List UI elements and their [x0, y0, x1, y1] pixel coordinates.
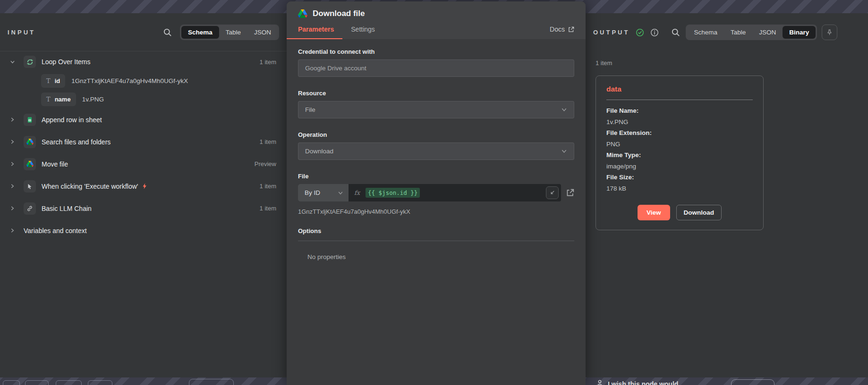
tab-binary[interactable]: Binary: [783, 26, 816, 39]
item-count: Preview: [255, 160, 276, 167]
fx-expression-icon[interactable]: fx: [349, 184, 366, 201]
tab-parameters[interactable]: Parameters: [298, 25, 334, 39]
string-type-icon: T: [46, 77, 51, 84]
chain-icon: [24, 202, 36, 215]
meta-value: 1v.PNG: [606, 117, 753, 128]
item-count: 1 item: [260, 59, 276, 66]
chevron-right-icon[interactable]: [8, 139, 17, 144]
search-icon[interactable]: [671, 28, 680, 37]
input-panel-title: INPUT: [8, 29, 35, 36]
tree-node-variables-and-context[interactable]: Variables and context: [8, 219, 276, 242]
docs-link[interactable]: Docs: [550, 25, 574, 39]
credential-value: Google Drive account: [305, 65, 366, 72]
wish-text: I wish this node would...: [608, 379, 684, 385]
feedback-button[interactable]: [731, 379, 774, 385]
expand-corner-icon: [549, 190, 555, 196]
success-check-icon: [636, 28, 644, 37]
canvas-node-button[interactable]: [189, 379, 234, 385]
meta-value: image/png: [606, 161, 753, 172]
parameters-form: Credential to connect with Google Drive …: [287, 39, 586, 260]
canvas-control-button[interactable]: [3, 380, 20, 385]
tree-node-append-row-in-sheet[interactable]: Append row in sheet: [8, 109, 276, 131]
lightning-bolt-icon: [142, 183, 147, 189]
canvas-control-button[interactable]: [25, 380, 49, 385]
open-in-new-icon[interactable]: [566, 189, 574, 197]
output-panel-header: OUTPUT Schema Table JSON Binary: [586, 13, 868, 51]
download-button[interactable]: Download: [676, 205, 722, 220]
file-mode-value: By ID: [305, 189, 320, 196]
node-feedback-prompt[interactable]: I wish this node would...: [596, 379, 684, 385]
meta-value: PNG: [606, 139, 753, 150]
chevron-right-icon[interactable]: [8, 228, 17, 233]
node-label: Basic LLM Chain: [42, 205, 92, 212]
modal-header: Download file Parameters Settings Docs: [287, 1, 586, 39]
node-label: Move file: [42, 160, 68, 168]
file-label: File: [298, 173, 574, 180]
node-label: Variables and context: [24, 227, 87, 234]
modal-tabs: Parameters Settings Docs: [298, 25, 574, 39]
input-panel-header: INPUT Schema Table JSON: [0, 13, 287, 51]
loop-icon: [24, 56, 36, 68]
tab-json[interactable]: JSON: [247, 26, 278, 39]
search-icon[interactable]: [163, 28, 172, 37]
docs-label: Docs: [550, 25, 565, 33]
person-icon: [596, 379, 604, 385]
field-key: name: [55, 96, 71, 103]
schema-field-name[interactable]: T name 1v.PNG: [41, 90, 276, 109]
info-icon[interactable]: [650, 28, 659, 37]
external-link-icon: [568, 26, 574, 33]
output-panel-title: OUTPUT: [593, 29, 630, 36]
file-mode-select[interactable]: By ID: [298, 184, 349, 201]
google-drive-icon: [24, 136, 36, 148]
node-detail-modal: Download file Parameters Settings Docs C…: [287, 1, 586, 385]
resource-select[interactable]: File: [298, 101, 574, 118]
input-panel: INPUT Schema Table JSON Loop Over Items …: [0, 13, 287, 377]
tab-json[interactable]: JSON: [752, 26, 783, 39]
tab-settings[interactable]: Settings: [351, 25, 375, 39]
tab-schema[interactable]: Schema: [687, 26, 724, 39]
tab-table[interactable]: Table: [724, 26, 752, 39]
chevron-down-icon[interactable]: [8, 59, 17, 65]
file-expression-field: By ID fx {{ $json.id }}: [298, 184, 561, 201]
open-expression-editor-button[interactable]: [546, 186, 559, 199]
tree-node-move-file[interactable]: Move file Preview: [8, 153, 276, 175]
output-display-tabs: Schema Table JSON Binary: [686, 25, 817, 40]
chevron-right-icon[interactable]: [8, 161, 17, 167]
chevron-right-icon[interactable]: [8, 117, 17, 122]
operation-select[interactable]: Download: [298, 142, 574, 160]
expression-code: {{ $json.id }}: [366, 188, 420, 198]
credential-select[interactable]: Google Drive account: [298, 59, 574, 77]
field-type-pill: T id: [41, 74, 65, 88]
binary-data-card: data File Name: 1v.PNG File Extension: P…: [596, 75, 764, 230]
google-drive-icon: [298, 9, 307, 18]
meta-label: File Name:: [606, 105, 753, 117]
string-type-icon: T: [46, 96, 51, 103]
resource-label: Resource: [298, 90, 574, 97]
item-count: 1 item: [260, 183, 276, 190]
options-empty-text: No properties: [307, 253, 574, 260]
meta-value: 178 kB: [606, 183, 753, 194]
binary-key: data: [606, 85, 753, 93]
canvas-control-button[interactable]: [56, 380, 82, 385]
expression-result-preview: 1GnzTTxljKtAEF4u7a0gHv4Mh0UGf-ykX: [298, 208, 574, 215]
operation-value: Download: [305, 148, 333, 155]
pin-data-button[interactable]: [822, 25, 837, 40]
node-label: When clicking 'Execute workflow': [42, 183, 138, 190]
input-display-tabs: Schema Table JSON: [180, 25, 279, 40]
google-drive-icon: [24, 158, 36, 170]
canvas-control-button[interactable]: [88, 380, 112, 385]
tree-node-search-files-and-folders[interactable]: Search files and folders 1 item: [8, 131, 276, 153]
tree-node-when-clicking-execute-workflow[interactable]: When clicking 'Execute workflow' 1 item: [8, 175, 276, 197]
view-button[interactable]: View: [638, 205, 670, 220]
output-items-count: 1 item: [596, 59, 868, 67]
node-label: Loop Over Items: [42, 58, 91, 66]
chevron-right-icon[interactable]: [8, 184, 17, 189]
tree-node-basic-llm-chain[interactable]: Basic LLM Chain 1 item: [8, 197, 276, 219]
google-sheets-icon: [24, 114, 36, 126]
schema-field-id[interactable]: T id 1GnzTTxljKtAEF4u7a0gHv4Mh0UGf-ykX: [41, 72, 276, 90]
tab-table[interactable]: Table: [219, 26, 247, 39]
expression-input[interactable]: {{ $json.id }}: [366, 184, 420, 201]
chevron-right-icon[interactable]: [8, 206, 17, 211]
tree-node-loop-over-items[interactable]: Loop Over Items 1 item: [8, 52, 276, 72]
tab-schema[interactable]: Schema: [181, 26, 219, 39]
